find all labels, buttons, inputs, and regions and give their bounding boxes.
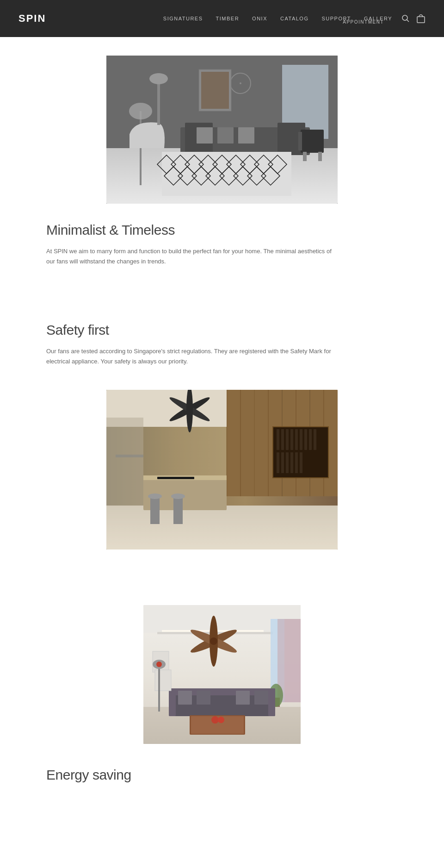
svg-rect-68 bbox=[314, 429, 316, 450]
section-3-title: Energy saving bbox=[46, 767, 398, 783]
svg-point-121 bbox=[218, 717, 224, 723]
svg-point-38 bbox=[129, 103, 152, 119]
section-2-body: Our fans are tested according to Singapo… bbox=[46, 346, 333, 367]
svg-rect-64 bbox=[295, 429, 298, 450]
svg-rect-71 bbox=[286, 452, 289, 473]
svg-rect-62 bbox=[286, 429, 289, 450]
hero-image-1 bbox=[106, 56, 338, 204]
section-1-title: Minimalist & Timeless bbox=[46, 222, 398, 238]
svg-rect-2 bbox=[417, 17, 425, 23]
svg-rect-19 bbox=[162, 152, 291, 196]
svg-rect-124 bbox=[158, 665, 160, 712]
svg-rect-84 bbox=[173, 496, 183, 524]
svg-rect-39 bbox=[301, 130, 324, 153]
svg-rect-116 bbox=[236, 691, 250, 705]
nav-link-onix[interactable]: ONIX bbox=[252, 16, 267, 21]
svg-line-1 bbox=[407, 20, 409, 22]
svg-rect-82 bbox=[150, 496, 160, 524]
svg-rect-72 bbox=[290, 452, 293, 473]
section-1-text: Minimalist & Timeless At SPIN we aim to … bbox=[0, 204, 444, 276]
svg-rect-14 bbox=[217, 127, 234, 144]
svg-rect-74 bbox=[300, 452, 302, 473]
svg-rect-65 bbox=[300, 429, 302, 450]
section-image-2-wrapper bbox=[0, 376, 444, 550]
nav-link-catalog[interactable]: CATALOG bbox=[280, 16, 308, 21]
svg-rect-44 bbox=[201, 72, 229, 109]
svg-point-108 bbox=[210, 637, 217, 645]
svg-rect-67 bbox=[309, 429, 312, 450]
svg-rect-117 bbox=[254, 691, 268, 705]
svg-point-9 bbox=[240, 82, 241, 84]
nav-link-appointment[interactable]: APPOINTMENT bbox=[343, 19, 384, 25]
svg-rect-114 bbox=[178, 691, 192, 705]
svg-point-85 bbox=[171, 493, 185, 499]
svg-rect-13 bbox=[197, 127, 213, 144]
svg-point-46 bbox=[149, 73, 168, 84]
navbar: SPIN SIGNATURES TIMBER ONIX CATALOG SUPP… bbox=[0, 0, 444, 37]
svg-rect-60 bbox=[277, 429, 279, 450]
svg-rect-91 bbox=[106, 418, 143, 506]
svg-rect-73 bbox=[295, 452, 298, 473]
section-1-body: At SPIN we aim to marry form and functio… bbox=[46, 246, 333, 267]
spacer-2 bbox=[0, 550, 444, 577]
svg-rect-42 bbox=[318, 152, 322, 161]
svg-rect-66 bbox=[304, 429, 307, 450]
living-scene bbox=[143, 605, 301, 744]
svg-rect-100 bbox=[284, 619, 301, 702]
room-scene-1 bbox=[106, 56, 338, 204]
brand-logo[interactable]: SPIN bbox=[18, 12, 46, 25]
page-content: Minimalist & Timeless At SPIN we aim to … bbox=[0, 37, 444, 819]
kitchen-scene bbox=[106, 390, 338, 550]
search-button[interactable] bbox=[401, 14, 410, 23]
svg-rect-41 bbox=[303, 152, 307, 161]
nav-icons bbox=[401, 13, 426, 24]
svg-rect-40 bbox=[298, 132, 302, 150]
svg-rect-78 bbox=[106, 506, 338, 550]
svg-point-83 bbox=[148, 493, 162, 499]
hero-image-3 bbox=[143, 605, 301, 744]
svg-point-126 bbox=[156, 662, 162, 667]
svg-rect-70 bbox=[281, 452, 284, 473]
cart-button[interactable] bbox=[416, 13, 426, 24]
svg-rect-115 bbox=[197, 691, 210, 705]
svg-rect-92 bbox=[116, 455, 143, 457]
svg-rect-15 bbox=[238, 127, 254, 144]
search-icon bbox=[401, 14, 410, 23]
nav-link-timber[interactable]: TIMBER bbox=[216, 16, 240, 21]
hero-image-2 bbox=[106, 390, 338, 550]
svg-rect-81 bbox=[157, 477, 194, 479]
svg-point-120 bbox=[211, 716, 219, 724]
svg-rect-61 bbox=[281, 429, 284, 450]
spacer-1 bbox=[0, 276, 444, 304]
svg-rect-63 bbox=[290, 429, 293, 450]
section-image-3-wrapper bbox=[0, 577, 444, 744]
svg-rect-112 bbox=[169, 688, 176, 716]
section-image-1-wrapper bbox=[0, 37, 444, 204]
section-2-title: Safety first bbox=[46, 322, 398, 338]
nav-link-signatures[interactable]: SIGNATURES bbox=[163, 16, 203, 21]
svg-rect-113 bbox=[268, 688, 275, 716]
section-3-text: Energy saving bbox=[0, 744, 444, 819]
cart-icon bbox=[416, 13, 426, 24]
svg-point-0 bbox=[402, 15, 407, 20]
svg-rect-69 bbox=[277, 452, 279, 473]
svg-rect-123 bbox=[155, 670, 171, 691]
section-2-text: Safety first Our fans are tested accordi… bbox=[0, 304, 444, 376]
svg-rect-45 bbox=[157, 79, 160, 125]
